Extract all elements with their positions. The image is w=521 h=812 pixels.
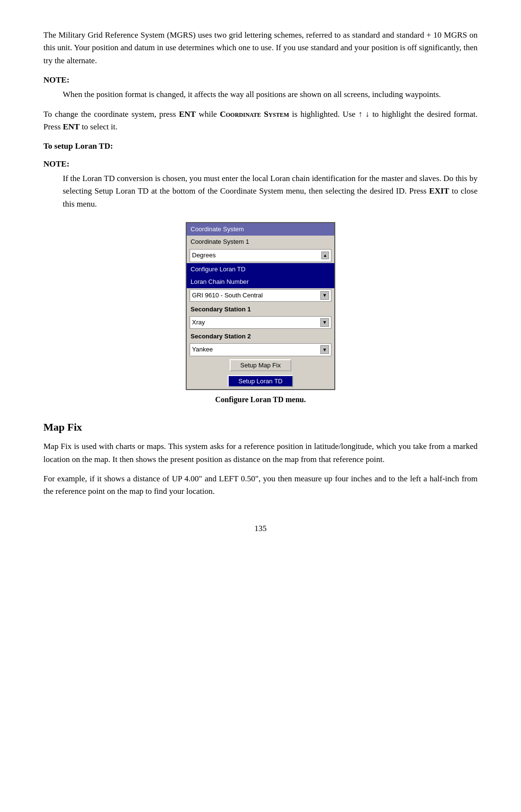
arrow-down: ↓ [365,110,370,119]
loran-heading: To setup Loran TD: [43,140,478,153]
xray-dropdown-icon[interactable]: ▼ [320,318,329,327]
map-fix-para1: Map Fix is used with charts or maps. Thi… [43,440,478,466]
coordinate-paragraph: To change the coordinate system, press E… [43,108,478,134]
dialog-title: Coordinate System [191,225,244,233]
setup-map-fix-button[interactable]: Setup Map Fix [230,359,291,371]
setup-map-fix-row[interactable]: Setup Map Fix [187,357,334,373]
dropdown-arrow-1: ▼ [322,292,327,299]
setup-loran-td-button[interactable]: Setup Loran TD [228,375,293,387]
secondary-station-1-label-row: Secondary Station 1 [187,303,334,315]
page-number: 135 [43,522,478,535]
exit-keyword: EXIT [429,186,450,196]
degrees-scroll-up[interactable]: ▲ [321,252,329,259]
map-fix-para2: For example, if it shows a distance of U… [43,473,478,498]
gri-input[interactable]: GRI 9610 - South Central ▼ [190,289,331,302]
arrow-up: ↑ [358,110,363,119]
loran-note-label: NOTE: [43,158,478,170]
xray-value: Xray [192,318,205,327]
gri-dropdown-icon[interactable]: ▼ [320,291,329,300]
ent-keyword-1: ENT [179,110,196,119]
dialog-caption: Configure Loran TD menu. [215,394,306,406]
xray-input[interactable]: Xray ▼ [190,316,331,329]
coord-text-5: to select it. [80,122,117,131]
gri-value: GRI 9610 - South Central [192,291,263,300]
yankee-row[interactable]: Yankee ▼ [187,342,334,357]
coord-text-1: To change the coordinate system, press [43,110,179,119]
degrees-input[interactable]: Degrees ▲ [190,249,331,262]
coord-text-2: while [196,110,220,119]
note-body: When the position format is changed, it … [63,88,478,101]
gri-row[interactable]: GRI 9610 - South Central ▼ [187,288,334,303]
ent-keyword-2: ENT [63,122,80,131]
coordinate-system-dialog[interactable]: Coordinate System Coordinate System 1 De… [186,222,335,390]
page-content: The Military Grid Reference System (MGRS… [43,29,478,535]
coord-text-3: is highlighted. Use [289,110,358,119]
configure-loran-label: Configure Loran TD [191,266,246,273]
map-fix-heading: Map Fix [43,419,478,435]
xray-row[interactable]: Xray ▼ [187,315,334,330]
dropdown-arrow-3: ▼ [322,346,327,354]
degrees-value: Degrees [192,251,216,260]
yankee-input[interactable]: Yankee ▼ [190,343,331,356]
loran-note-body: If the Loran TD conversion is chosen, yo… [63,172,478,210]
loran-chain-number-label: Loran Chain Number [191,278,249,285]
secondary-station-2-label: Secondary Station 2 [191,333,251,340]
secondary-station-2-label-row: Secondary Station 2 [187,330,334,342]
loran-chain-number-row[interactable]: Loran Chain Number [187,276,334,288]
coordinate-system-keyword: Coordinate System [220,110,289,119]
configure-loran-row[interactable]: Configure Loran TD [187,263,334,276]
dropdown-arrow-2: ▼ [322,319,327,326]
coordinate-system-1-label: Coordinate System 1 [191,238,249,245]
scroll-up-icon: ▲ [323,252,328,259]
yankee-value: Yankee [192,345,213,354]
dialog-title-bar: Coordinate System [187,223,334,236]
yankee-dropdown-icon[interactable]: ▼ [320,345,329,354]
secondary-station-1-label: Secondary Station 1 [191,306,251,313]
setup-loran-td-row[interactable]: Setup Loran TD [187,373,334,389]
coordinate-system-1-row: Coordinate System 1 [187,236,334,248]
dialog-container: Coordinate System Coordinate System 1 De… [43,222,478,406]
note-label: NOTE: [43,74,478,86]
intro-paragraph: The Military Grid Reference System (MGRS… [43,29,478,67]
loran-note-text: If the Loran TD conversion is chosen, yo… [63,174,478,196]
degrees-row[interactable]: Degrees ▲ [187,248,334,263]
note-text: When the position format is changed, it … [63,90,441,99]
